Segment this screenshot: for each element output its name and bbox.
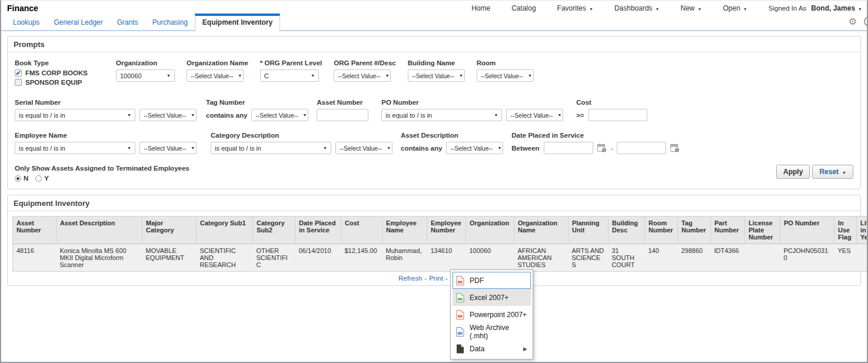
- print-link[interactable]: Print: [429, 275, 443, 282]
- category-description-value-select[interactable]: --Select Value-- ▼: [335, 142, 393, 154]
- radio-label: N: [24, 175, 28, 182]
- prompt-date-placed: Date Placed in Service Between -: [511, 132, 680, 154]
- help-icon[interactable]: [864, 16, 868, 26]
- link-separator: -: [424, 275, 427, 282]
- global-nav: HomeCatalogFavorites▼Dashboards▼New▼Open…: [471, 4, 863, 12]
- cost-operator: >=: [576, 112, 584, 119]
- cell-in-use-flag: YES: [834, 244, 857, 272]
- export-menu-item-label: Powerpoint 2007+: [470, 311, 527, 319]
- prompt-organization: Organization 100060 ▼: [116, 59, 175, 82]
- nav-favorites[interactable]: Favorites▼: [557, 4, 593, 12]
- employee-name-value-select[interactable]: --Select Value-- ▼: [139, 142, 197, 154]
- cell-asset-description: Konica Minolta MS 600 MKII Digital Micro…: [56, 244, 142, 272]
- column-header-employee-number: Employee Number: [427, 217, 466, 244]
- room-select[interactable]: --Select Value-- ▼: [477, 69, 534, 82]
- asset-number-input[interactable]: [317, 109, 368, 121]
- cell-category-sub1: SCIENTIFIC AND RESEARCH: [197, 244, 253, 272]
- tab-general-ledger[interactable]: General Ledger: [46, 15, 109, 30]
- chevron-down-icon: ▼: [528, 74, 532, 78]
- prompt-row-4: Only Show Assets Assigned to Terminated …: [15, 165, 853, 182]
- organization-select[interactable]: 100060 ▼: [116, 69, 175, 82]
- prompt-po-number: PO Number is equal to / is in ▼ --Select…: [381, 99, 563, 121]
- chevron-down-icon: ▼: [191, 113, 195, 117]
- org-parent-level-select[interactable]: C ▼: [260, 69, 319, 82]
- export-menu-item-web-archive-mht[interactable]: Web Archive (.mht): [453, 323, 531, 340]
- export-menu-item-label: Data: [470, 345, 484, 353]
- asset-description-operator: contains any: [401, 145, 442, 152]
- nav-new[interactable]: New▼: [681, 4, 702, 12]
- nav-catalog[interactable]: Catalog: [511, 4, 536, 12]
- page-title: Finance: [7, 4, 38, 13]
- serial-number-operator-select[interactable]: is equal to / is in ▼: [15, 109, 135, 121]
- calendar-icon[interactable]: [597, 144, 607, 152]
- organization-name-label: Organization Name: [187, 59, 248, 66]
- asset-description-value-select[interactable]: --Select Value-- ▼: [446, 142, 503, 154]
- dashboard-window: Finance HomeCatalogFavorites▼Dashboards▼…: [0, 0, 868, 363]
- signed-in-area: Signed In AsBond, James▼: [769, 4, 862, 12]
- checkbox-checked-icon[interactable]: ✔: [15, 69, 22, 76]
- chevron-down-icon: ▼: [387, 146, 391, 150]
- cost-input[interactable]: [588, 109, 647, 121]
- tab-lookups[interactable]: Lookups: [6, 15, 46, 30]
- asset-description-label: Asset Description: [401, 132, 503, 139]
- terminated-options: NY: [15, 175, 189, 182]
- prompt-category-description: Category Description is equal to / is in…: [211, 132, 393, 154]
- prompts-panel: Prompts Book Type ✔FMS CORP BOOKSSPONSOR…: [7, 36, 861, 189]
- top-bar: Finance HomeCatalogFavorites▼Dashboards▼…: [1, 1, 867, 14]
- export-menu-item-excel-2007[interactable]: Excel 2007+: [453, 289, 531, 306]
- employee-name-operator-select[interactable]: is equal to / is in ▼: [15, 142, 135, 154]
- column-header-organization: Organization: [466, 217, 514, 244]
- serial-number-value-select[interactable]: --Select Value-- ▼: [139, 109, 197, 121]
- cell-room-number: 140: [645, 244, 678, 272]
- checkbox-unchecked-icon[interactable]: [15, 79, 22, 86]
- refresh-link[interactable]: Refresh: [398, 275, 422, 282]
- chevron-down-icon: ▼: [842, 171, 846, 175]
- cell-organization: 100060: [466, 244, 514, 272]
- building-name-select[interactable]: --Select Value-- ▼: [408, 69, 465, 82]
- category-description-operator-select[interactable]: is equal to / is in ▼: [211, 142, 331, 154]
- tab-equipment-inventory[interactable]: Equipment Inventory: [195, 14, 280, 31]
- cost-label: Cost: [576, 99, 647, 106]
- user-menu[interactable]: Bond, James▼: [811, 4, 862, 12]
- book-type-options: ✔FMS CORP BOOKSSPONSOR EQUIP: [15, 69, 104, 86]
- chevron-down-icon: ▼: [385, 74, 389, 78]
- nav-dashboards[interactable]: Dashboards▼: [614, 4, 660, 12]
- column-header-license-plate-number: License Plate Number: [745, 217, 780, 244]
- export-menu-item-powerpoint-2007[interactable]: Powerpoint 2007+: [453, 306, 531, 323]
- prompt-serial-number: Serial Number is equal to / is in ▼ --Se…: [15, 99, 197, 121]
- organization-value: 100060: [120, 72, 142, 79]
- radio-icon: [35, 175, 42, 182]
- calendar-icon[interactable]: [670, 144, 680, 152]
- book-type-label: Book Type: [15, 59, 104, 66]
- org-parent-desc-select[interactable]: --Select Value-- ▼: [334, 69, 391, 82]
- book-type-option-fms-corp-books: ✔FMS CORP BOOKS: [15, 69, 104, 76]
- apply-button[interactable]: Apply: [776, 165, 810, 179]
- tag-number-value: --Select Value--: [255, 112, 298, 119]
- po-number-value-select[interactable]: --Select Value-- ▼: [506, 109, 563, 121]
- terminated-radio-n[interactable]: N: [15, 175, 28, 182]
- prompt-asset-description: Asset Description contains any --Select …: [401, 132, 503, 154]
- gear-icon[interactable]: ⚙: [849, 17, 857, 26]
- nav-home[interactable]: Home: [471, 4, 490, 12]
- po-number-operator-select[interactable]: is equal to / is in ▼: [381, 109, 502, 121]
- excel-icon: [456, 293, 465, 302]
- serial-number-label: Serial Number: [15, 99, 197, 106]
- prompt-org-parent-level: * ORG Parent Level C ▼: [260, 59, 322, 82]
- column-header-in-use-flag: In Use Flag: [834, 217, 857, 244]
- tab-strip: LookupsGeneral LedgerGrantsPurchasingEqu…: [6, 14, 280, 30]
- chevron-down-icon: ▼: [497, 146, 501, 150]
- nav-open[interactable]: Open▼: [723, 4, 747, 12]
- export-menu-item-data[interactable]: Data▶: [453, 340, 531, 357]
- organization-name-select[interactable]: --Select Value-- ▼: [187, 69, 244, 82]
- tab-grants[interactable]: Grants: [110, 15, 145, 30]
- date-to-input[interactable]: [617, 142, 666, 154]
- chevron-down-icon: ▼: [589, 7, 593, 11]
- reset-button[interactable]: Reset▼: [812, 165, 853, 179]
- tab-purchasing[interactable]: Purchasing: [145, 15, 195, 30]
- export-menu-item-pdf[interactable]: PDF: [453, 272, 531, 289]
- terminated-radio-y[interactable]: Y: [35, 175, 49, 182]
- tag-number-value-select[interactable]: --Select Value-- ▼: [251, 109, 308, 121]
- powerpoint-icon: [456, 310, 465, 319]
- cell-asset-number: 48116: [13, 244, 56, 272]
- date-from-input[interactable]: [544, 142, 593, 154]
